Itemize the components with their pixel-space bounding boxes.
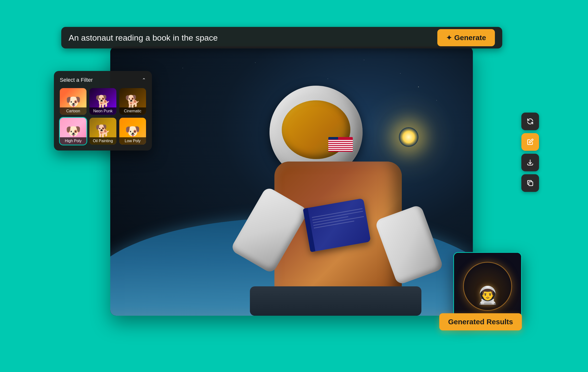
filter-neon-punk-label: Neon Punk [89, 107, 116, 115]
edit-icon [526, 138, 534, 146]
result-inner: 👨‍🚀 [454, 253, 521, 320]
filter-panel-title: Select a Filter [60, 77, 93, 83]
image-card [110, 46, 473, 316]
sparkle-icon: ✦ [446, 34, 452, 42]
filter-neon-punk[interactable]: 🐕 Neon Punk [89, 88, 116, 115]
generated-results-label: Generated Results [439, 313, 522, 330]
filter-oil-painting[interactable]: 🐕 Oil Painting [89, 118, 116, 144]
filter-cinematic-label: Cinematic [119, 107, 146, 115]
generate-label: Generate [454, 34, 486, 42]
astronaut-background [110, 46, 473, 316]
main-container: An astonaut reading a book in the space … [61, 27, 527, 345]
mini-astronaut-icon: 👨‍🚀 [477, 285, 498, 305]
download-button[interactable] [521, 154, 539, 171]
copy-button[interactable] [521, 174, 539, 192]
filter-low-poly-label: Low Poly [119, 137, 146, 145]
chevron-up-icon[interactable]: ⌃ [142, 77, 146, 83]
result-thumbnail[interactable]: 👨‍🚀 [453, 252, 522, 321]
toolbar [521, 113, 539, 192]
filter-grid: 🐶 Cartoon 🐕 Neon Punk 🐕 Cinematic 🐶 High… [60, 88, 146, 145]
filter-cinematic[interactable]: 🐕 Cinematic [119, 88, 146, 115]
refresh-button[interactable] [521, 113, 539, 130]
prompt-bar: An astonaut reading a book in the space … [61, 27, 502, 48]
filter-cartoon-label: Cartoon [60, 107, 86, 115]
filter-high-poly-label: High Poly [60, 137, 86, 145]
book-text-lines [312, 208, 365, 231]
astronaut-figure [225, 95, 446, 316]
generate-button[interactable]: ✦ Generate [437, 29, 495, 46]
copy-icon [526, 179, 534, 187]
download-icon [526, 159, 534, 166]
platform [250, 286, 421, 316]
prompt-input[interactable]: An astonaut reading a book in the space [69, 33, 437, 43]
filter-cartoon[interactable]: 🐶 Cartoon [60, 88, 86, 115]
refresh-icon [526, 117, 534, 125]
filter-high-poly[interactable]: 🐶 High Poly [60, 118, 86, 144]
filter-panel: Select a Filter ⌃ 🐶 Cartoon 🐕 Neon Punk … [54, 71, 152, 151]
filter-oil-painting-label: Oil Painting [89, 137, 116, 145]
filter-header: Select a Filter ⌃ [60, 77, 146, 83]
american-flag-patch [328, 137, 353, 152]
filter-low-poly[interactable]: 🐶 Low Poly [119, 118, 146, 144]
edit-button[interactable] [521, 133, 539, 151]
